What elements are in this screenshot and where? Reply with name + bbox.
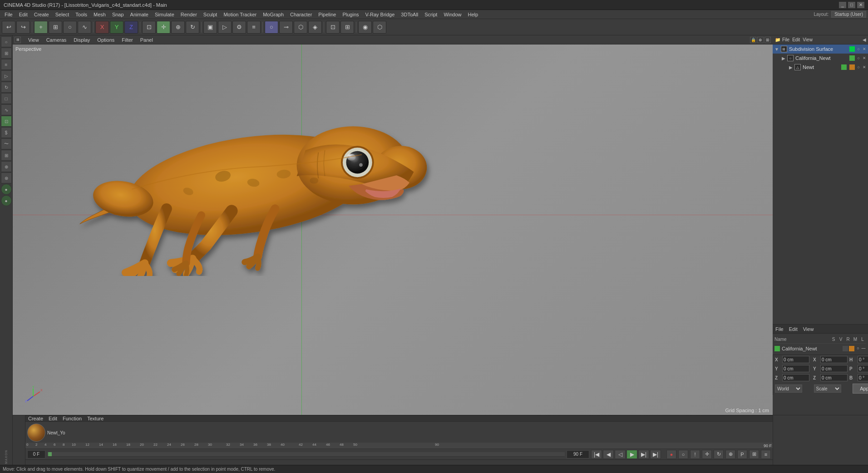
axis-y-button[interactable]: Y — [110, 21, 123, 34]
key-rot-button[interactable]: ↻ — [714, 450, 724, 459]
viewport-icon-1[interactable]: ⊞ — [15, 37, 21, 43]
select-polys-button[interactable]: ◈ — [308, 21, 322, 34]
left-fx-button[interactable]: ⊛ — [1, 172, 12, 183]
prop-california-newt-s[interactable] — [843, 346, 848, 351]
menu-script[interactable]: Script — [422, 11, 440, 18]
left-dollar-button[interactable]: $ — [1, 127, 12, 138]
left-layers-button[interactable]: ≡ — [1, 59, 12, 70]
auto-key-button[interactable]: ○ — [678, 450, 688, 459]
coord-x-size-input[interactable] — [820, 356, 848, 363]
menu-character[interactable]: Character — [287, 11, 315, 18]
timeline-view-button[interactable]: ≡ — [761, 450, 771, 459]
california-newt-icon-1[interactable]: ○ — [858, 56, 860, 60]
object-groups-button[interactable]: ⊞ — [49, 21, 62, 34]
select-points-button[interactable]: ⊸ — [279, 21, 293, 34]
key-pla-button[interactable]: ⊞ — [749, 450, 759, 459]
coord-p-input[interactable] — [858, 365, 868, 372]
left-grid-button[interactable]: ⊞ — [1, 150, 12, 161]
object-array-button[interactable]: ○ — [63, 21, 77, 34]
coord-z-pos-input[interactable] — [782, 374, 809, 381]
hierarchy-item-newt[interactable]: ▶ △ Newt ○ ✕ — [773, 63, 868, 72]
rotate-tool-button[interactable]: ↻ — [186, 21, 199, 34]
menu-animate[interactable]: Animate — [128, 11, 151, 18]
material-thumbnail[interactable] — [27, 424, 45, 442]
california-newt-icon-2[interactable]: ✕ — [863, 56, 866, 60]
workspace-button[interactable]: ⊞ — [340, 21, 354, 34]
prop-california-newt-icon1[interactable]: ○ — [855, 346, 861, 351]
attr-menu-view[interactable]: View — [802, 326, 815, 332]
record-button[interactable]: ● — [666, 450, 676, 459]
scale-tool-button[interactable]: ⊕ — [171, 21, 185, 34]
scene-menu-view[interactable]: View — [801, 37, 814, 42]
viewport-lock-icon[interactable]: 🔒 — [750, 37, 756, 43]
left-checkerboard-button[interactable]: ⊞ — [1, 48, 12, 59]
menu-create[interactable]: Create — [31, 11, 52, 18]
viewport-menu-options[interactable]: Options — [95, 37, 116, 43]
left-python2-button[interactable]: ● — [1, 195, 12, 206]
next-frame-button[interactable]: ▶| — [638, 450, 649, 459]
coord-b-input[interactable] — [858, 374, 868, 381]
key-scale-button[interactable]: ⊕ — [725, 450, 735, 459]
viewport[interactable]: ⊞ View Cameras Display Options Filter Pa… — [13, 35, 773, 415]
coord-y-pos-input[interactable] — [782, 365, 809, 372]
scale-dropdown[interactable]: Scale — [814, 384, 841, 393]
viewport-menu-cameras[interactable]: Cameras — [44, 37, 69, 43]
axis-x-button[interactable]: X — [95, 21, 109, 34]
menu-mograph[interactable]: MoGraph — [260, 11, 286, 18]
edit-render-settings-button[interactable]: ≡ — [247, 21, 261, 34]
scene-collapse-btn[interactable]: ◀ — [863, 37, 866, 42]
material-button[interactable]: ◉ — [358, 21, 372, 34]
undo-button[interactable]: ↩ — [2, 21, 15, 34]
viewport-layout-icon[interactable]: ⊞ — [764, 37, 771, 43]
newt-icon-2[interactable]: ✕ — [863, 65, 866, 69]
select-object-button[interactable]: ○ — [265, 21, 278, 34]
viewport-menu-filter[interactable]: Filter — [120, 37, 134, 43]
mat-menu-function[interactable]: Function — [62, 416, 83, 421]
scene-menu-edit[interactable]: Edit — [791, 37, 801, 42]
key-pos-button[interactable]: ✛ — [702, 450, 712, 459]
maximize-button[interactable]: □ — [848, 2, 855, 8]
prop-california-newt-icon2[interactable]: — — [861, 346, 866, 351]
goto-end-button[interactable]: ▶| — [650, 450, 661, 459]
timeline-scrubber[interactable] — [47, 452, 565, 457]
menu-edit[interactable]: Edit — [16, 11, 30, 18]
subdivision-icon-2[interactable]: ✕ — [863, 47, 866, 51]
spline-button[interactable]: ∿ — [78, 21, 91, 34]
viewport-menu-view[interactable]: View — [26, 37, 41, 43]
mat-menu-edit[interactable]: Edit — [48, 416, 58, 421]
left-python-button[interactable]: ● — [1, 184, 12, 195]
menu-render[interactable]: Render — [178, 11, 200, 18]
left-rotate-button[interactable]: ↻ — [1, 82, 12, 93]
timeline-ruler[interactable]: 0 2 4 6 8 10 12 14 16 18 20 22 2 — [25, 443, 773, 449]
viewport-menu-panel[interactable]: Panel — [138, 37, 155, 43]
select-tool-button[interactable]: ⊡ — [142, 21, 156, 34]
attr-menu-file[interactable]: File — [774, 326, 784, 332]
left-arrow-button[interactable]: ▷ — [1, 70, 12, 81]
key-param-button[interactable]: P — [737, 450, 747, 459]
play-button[interactable]: ▶ — [626, 450, 637, 459]
viewport-menu-display[interactable]: Display — [72, 37, 92, 43]
newt-expand-icon[interactable]: ▶ — [789, 65, 793, 70]
texture-button[interactable]: ⬡ — [373, 21, 386, 34]
coord-x-pos-input[interactable] — [782, 356, 809, 363]
scene-menu-file[interactable]: File — [781, 37, 791, 42]
menu-pipeline[interactable]: Pipeline — [316, 11, 339, 18]
minimize-button[interactable]: _ — [839, 2, 846, 8]
apply-button[interactable]: Apply — [853, 384, 868, 394]
subdivision-expand-icon[interactable]: ▼ — [774, 47, 779, 52]
coord-z-size-input[interactable] — [820, 374, 848, 381]
add-object-button[interactable]: + — [34, 21, 48, 34]
goto-start-button[interactable]: |◀ — [591, 450, 602, 459]
prev-frame-button[interactable]: ◀ — [603, 450, 614, 459]
hierarchy-item-subdivision[interactable]: ▼ ⊞ Subdivision Surface ○ ✕ — [773, 44, 868, 54]
menu-snap[interactable]: Snap — [109, 11, 127, 18]
menu-help[interactable]: Help — [465, 11, 481, 18]
menu-window[interactable]: Window — [441, 11, 464, 18]
hierarchy-item-california-newt[interactable]: ▶ ○ California_Newt ○ ✕ — [773, 54, 868, 63]
snap-toggle-button[interactable]: ⊡ — [326, 21, 340, 34]
viewport-cam-icon[interactable]: ⊕ — [757, 37, 764, 43]
mat-menu-texture[interactable]: Texture — [86, 416, 104, 421]
mat-menu-create[interactable]: Create — [27, 416, 44, 421]
left-select-button[interactable]: ⊡ — [1, 116, 12, 127]
close-button[interactable]: ✕ — [857, 2, 864, 8]
